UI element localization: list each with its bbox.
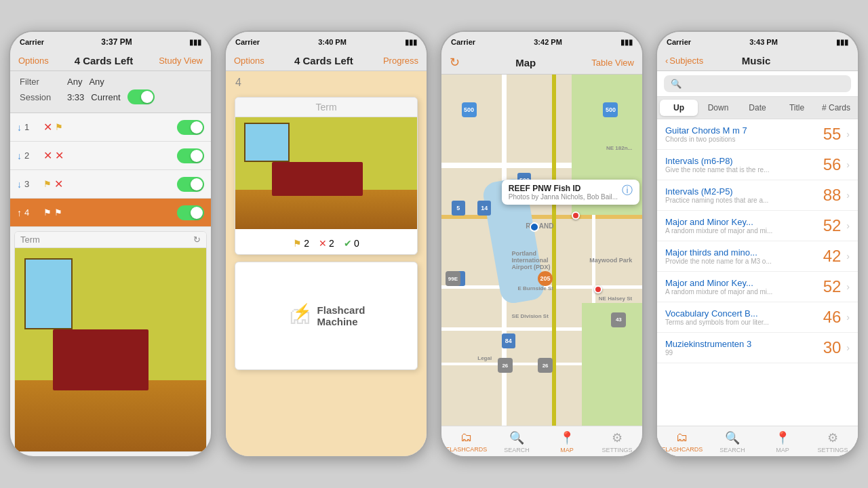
label-legal: Legal [477, 355, 492, 361]
search-input[interactable]: 🔍 [664, 75, 851, 92]
subject-row-5[interactable]: Major and Minor Key... A random mixture … [657, 272, 858, 302]
subject-title-2: Intervals (M2-P5) [665, 186, 818, 197]
tab-search-3[interactable]: 🔍 SEARCH [492, 429, 542, 455]
hwy-99e: 99E [446, 271, 460, 286]
phone2-content: 4 Term ⚑ 2 [226, 71, 427, 456]
map-bg[interactable]: 500 500 5 14 500 5 205 99E 84 26 26 43 R… [441, 75, 642, 426]
status-bar-3: Carrier 3:42 PM ▮▮▮ [441, 32, 642, 51]
subject-chevron-1: › [846, 159, 850, 170]
status-bar-1: Carrier 3:37 PM ▮▮▮ [10, 32, 211, 51]
subject-row-4[interactable]: Major thirds and mino... Provide the not… [657, 241, 858, 272]
subjects-list: Guitar Chords M m 7 Chords in two positi… [657, 119, 858, 426]
options-btn-1[interactable]: Options [18, 56, 49, 66]
flashcard-machine-card[interactable]: 🗂 ⚡ Flashcard Machine [235, 262, 418, 370]
preview-card: Term ↻ [14, 231, 207, 452]
card-row-3[interactable]: ↓ 3 ⚑ ✕ [10, 170, 211, 199]
sort-tab-title[interactable]: Title [778, 100, 816, 116]
sort-tab-up[interactable]: Up [660, 100, 698, 116]
progress-btn[interactable]: Progress [383, 56, 418, 66]
sort-tab-cards[interactable]: # Cards [817, 100, 855, 116]
tab-flashcards-4[interactable]: 🗂 FLASHCARDS [657, 429, 707, 455]
subject-title-4: Major thirds and mino... [665, 247, 818, 258]
van-gogh-painting [15, 248, 206, 451]
subject-sub-7: 99 [665, 349, 818, 357]
refresh-btn-3[interactable]: ↻ [450, 55, 460, 70]
arrow-down-2: ↓ [17, 150, 22, 161]
sort-tab-date[interactable]: Date [738, 100, 776, 116]
toggle-4[interactable] [177, 205, 204, 220]
subject-sub-3: A random mixture of major and mi... [665, 227, 818, 235]
tab-search-4[interactable]: 🔍 SEARCH [707, 429, 757, 455]
toggle-3[interactable] [177, 177, 204, 192]
info-bubble[interactable]: REEF PNW Fish ID Photos by Janna Nichols… [502, 180, 639, 205]
sort-tab-down[interactable]: Down [699, 100, 737, 116]
subject-info-4: Major thirds and mino... Provide the not… [665, 247, 818, 265]
options-btn-2[interactable]: Options [234, 56, 264, 66]
nav-bar-4: ‹ Subjects Music [657, 51, 858, 71]
subject-row-3[interactable]: Major and Minor Key... A random mixture … [657, 211, 858, 241]
marker-2 [594, 285, 602, 293]
tab-settings-4[interactable]: ⚙ SETTINGS [808, 429, 858, 455]
study-view-btn[interactable]: Study View [159, 56, 203, 66]
tab-flashcards-3[interactable]: 🗂 FLASHCARDS [441, 429, 492, 455]
blue-dot [530, 222, 539, 232]
filter-section: Filter Any Any Session 3:33 Current [10, 71, 211, 113]
bolt-icon-container: 🗂 ⚡ [288, 302, 312, 330]
toggle-1[interactable] [177, 120, 204, 135]
subject-row-6[interactable]: Vocabulary Concert B... Terms and symbol… [657, 302, 858, 333]
time-3: 3:42 PM [534, 38, 562, 46]
time-4: 3:43 PM [749, 38, 778, 46]
subject-info-0: Guitar Chords M m 7 Chords in two positi… [665, 125, 818, 143]
table-view-btn[interactable]: Table View [591, 58, 634, 68]
card-row-2[interactable]: ↓ 2 ✕ ✕ [10, 142, 211, 170]
carrier-3: Carrier [451, 38, 475, 46]
subject-row-2[interactable]: Intervals (M2-P5) Practice naming notes … [657, 180, 858, 211]
filter-val1[interactable]: Any [67, 77, 82, 87]
time-2: 3:40 PM [318, 38, 347, 46]
battery-2: ▮▮▮ [405, 38, 417, 47]
session-toggle[interactable] [127, 89, 155, 104]
refresh-btn[interactable]: ↻ [193, 235, 201, 245]
carrier-2: Carrier [235, 38, 260, 46]
floor [15, 380, 206, 451]
row-num-2: 2 [24, 150, 37, 161]
subject-chevron-4: › [846, 251, 850, 262]
card-row-1[interactable]: ↓ 1 ✕ ⚑ [10, 113, 211, 142]
subject-count-5: 52 [823, 277, 842, 296]
flashcards-icon-3: 🗂 [460, 430, 473, 445]
road-h-2 [441, 215, 642, 219]
flag-stat-icon: ⚑ [293, 238, 302, 249]
row-num-1: 1 [24, 122, 37, 132]
back-btn[interactable]: ‹ Subjects [665, 56, 703, 66]
subject-chevron-2: › [846, 190, 850, 201]
main-flashcard[interactable]: Term ⚑ 2 ✕ 2 [235, 97, 418, 255]
van-gogh-2 [235, 117, 417, 229]
subject-row-1[interactable]: Intervals (m6-P8) Give the note name tha… [657, 150, 858, 180]
info-icon[interactable]: ⓘ [622, 184, 633, 198]
card-rows: ↓ 1 ✕ ⚑ ↓ 2 ✕ ✕ ↓ 3 [10, 113, 211, 456]
toggle-2[interactable] [177, 148, 204, 163]
nav-title-1: 4 Cards Left [75, 55, 134, 66]
tab-map-3[interactable]: 📍 MAP [542, 429, 592, 455]
stat-check: ✔ 0 [344, 238, 359, 249]
card-row-4[interactable]: ↑ 4 ⚑ ⚑ [10, 199, 211, 227]
settings-label-4: SETTINGS [817, 447, 848, 453]
subject-count-3: 52 [823, 216, 842, 235]
card-number: 4 [226, 71, 251, 94]
info-subtitle: Photos by Janna Nichols, Bob Bail... [509, 193, 618, 201]
subject-row-0[interactable]: Guitar Chords M m 7 Chords in two positi… [657, 119, 858, 150]
flashcard-header: Term [235, 98, 417, 117]
map-icon-3: 📍 [559, 430, 574, 445]
map-label-4: MAP [776, 447, 789, 453]
highway-500-2: 500 [603, 102, 618, 117]
label-burnside: E Burnside St [517, 285, 553, 291]
flag-count: 2 [304, 238, 309, 249]
tab-settings-3[interactable]: ⚙ SETTINGS [592, 429, 642, 455]
tab-map-4[interactable]: 📍 MAP [757, 429, 808, 455]
preview-card-body [15, 248, 206, 451]
phone4-content: 🔍 Up Down Date Title # Cards Guitar Chor… [657, 71, 858, 456]
filter-val2[interactable]: Any [89, 77, 104, 87]
time-1: 3:37 PM [101, 37, 132, 47]
subject-row-7[interactable]: Muziekinstrumenten 3 99 30 › [657, 333, 858, 363]
arrow-down-3: ↓ [17, 179, 22, 190]
